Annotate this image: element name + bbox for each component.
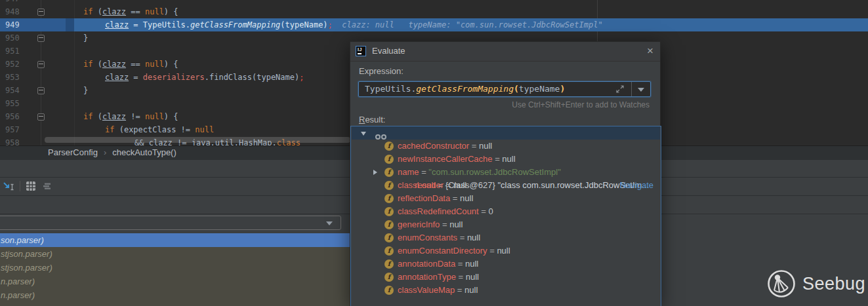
line-number[interactable]: 955 [5,97,20,110]
code-token: if [83,60,98,69]
tree-field-row[interactable]: fclassLoader = null [352,179,660,192]
tree-field-text: enumConstants = null [398,231,480,244]
tree-field-row[interactable]: freflectionData = null [352,192,660,205]
stack-frame-row[interactable]: n.parser) [0,275,350,288]
horizontal-scrollbar[interactable] [45,137,350,143]
tree-field-row[interactable]: fclassValueMap = null [352,284,660,297]
field-icon: f [384,207,394,216]
code-token: .findClass(typeName) [205,73,300,82]
tree-field-row[interactable]: fnewInstanceCallerCache = null [352,153,660,166]
code-token: ; [328,20,333,29]
code-token: deserializers [143,73,205,82]
stack-frame-row[interactable]: stjson.parser) [0,261,350,275]
close-icon[interactable]: × [647,42,653,60]
show-execution-point-icon[interactable] [3,181,14,191]
code-text: if (clazz == null) { [74,58,178,71]
line-number[interactable]: 949 [5,18,20,31]
stack-frame-row[interactable]: n.parser) [0,288,350,302]
screen: 947948if (clazz == null) {949clazz = Typ… [0,0,868,306]
fold-marker-icon[interactable] [37,113,45,121]
tree-field-text: genericInfo = null [398,218,463,231]
fold-marker-icon[interactable] [37,61,45,68]
seebug-text: Seebug [802,274,865,294]
expression-text: TypeUtils.getClassFromMapping(typeName) [365,82,565,96]
history-dropdown-icon[interactable] [638,88,644,92]
evaluate-dialog: IJ Evaluate × Expression: TypeUtils.getC… [350,41,661,306]
stack-frame-row[interactable]: son.parser) [0,233,350,247]
tree-field-row[interactable]: fname = "com.sun.rowset.JdbcRowSetImpl" [352,166,660,179]
tree-field-row[interactable]: fclassRedefinedCount = 0 [352,205,660,218]
expression-input[interactable]: TypeUtils.getClassFromMapping(typeName) [358,81,651,97]
evaluate-expression-icon[interactable] [26,181,36,191]
tree-field-text: name = "com.sun.rowset.JdbcRowSetImpl" [398,166,561,179]
line-number[interactable]: 958 [5,136,20,145]
line-number[interactable]: 950 [5,31,20,45]
field-value: null [465,259,478,269]
result-row[interactable]: result = {Class@627} "class com.sun.rows… [352,126,660,140]
breadcrumb-separator: › [104,147,106,157]
line-number[interactable]: 948 [5,5,20,18]
field-icon: f [384,273,394,282]
code-token: TypeUtils. [143,20,190,29]
code-token: null [145,112,164,121]
breadcrumb-item[interactable]: ParserConfig [48,147,98,157]
field-name: enumConstants [398,233,457,242]
field-name: reflectionData [398,193,450,203]
line-number[interactable]: 957 [5,123,20,136]
equals: = [457,233,467,242]
field-name: name [398,167,419,177]
equals: = [444,180,453,190]
code-text: if (expectClass != null [74,123,214,136]
seebug-logo-icon [766,269,796,299]
equals: = [456,272,466,282]
tree-field-text: newInstanceCallerCache = null [398,153,516,166]
frames-list[interactable]: son.parser)stjson.parser)stjson.parser)n… [0,233,350,306]
code-token: clazz [105,20,129,29]
dialog-titlebar[interactable]: IJ Evaluate × [350,42,660,62]
stack-frame-row[interactable]: stjson.parser) [0,247,350,261]
line-number[interactable]: 953 [5,71,20,84]
expression-token: getClassFromMapping [416,84,514,94]
expression-token: typeName [519,84,560,94]
result-tree[interactable]: result = {Class@627} "class com.sun.rows… [350,126,661,306]
fold-marker-icon[interactable] [37,9,45,16]
line-number[interactable]: 951 [5,45,20,58]
tree-field-row[interactable]: fgenericInfo = null [352,218,660,231]
tree-field-row[interactable]: fannotationType = null [352,271,660,284]
expand-arrow-icon[interactable] [373,170,377,175]
code-token: != [126,112,145,121]
equals: = [469,141,479,151]
breadcrumb-item[interactable]: checkAutoType() [112,147,176,157]
field-icon: f [384,181,394,190]
line-number[interactable]: 956 [5,110,20,123]
expand-field-icon[interactable] [616,85,624,93]
field-icon: f [384,194,394,203]
field-icon: f [384,286,394,295]
code-token: ) { [164,112,178,121]
line-number[interactable]: 954 [5,84,20,97]
equals: = [455,285,465,295]
fold-marker-icon[interactable] [37,35,45,42]
field-name: newInstanceCallerCache [398,154,493,164]
fold-marker-icon[interactable] [37,87,45,94]
tree-field-text: classValueMap = null [398,284,478,297]
layout-settings-icon[interactable] [42,181,52,191]
tree-field-row[interactable]: fannotationData = null [352,258,660,271]
code-token: == [126,60,145,69]
code-line: 947 [0,0,868,5]
field-value: null [466,272,479,282]
line-number[interactable]: 947 [5,0,20,5]
field-name: annotationData [398,259,455,269]
field-icon: f [384,168,394,177]
line-number[interactable]: 952 [5,58,20,71]
thread-selector-combo[interactable] [0,216,341,230]
field-value: null [502,154,515,164]
tree-field-row[interactable]: fenumConstantDirectory = null [352,244,660,258]
equals: = [493,154,503,164]
collapse-arrow-icon[interactable] [361,132,366,136]
tree-field-row[interactable]: fcachedConstructor = null [352,140,660,153]
field-name: classRedefinedCount [398,206,479,216]
tree-field-row[interactable]: fenumConstants = null [352,231,660,244]
code-token: if [83,7,98,16]
result-label: Result: [359,115,385,124]
